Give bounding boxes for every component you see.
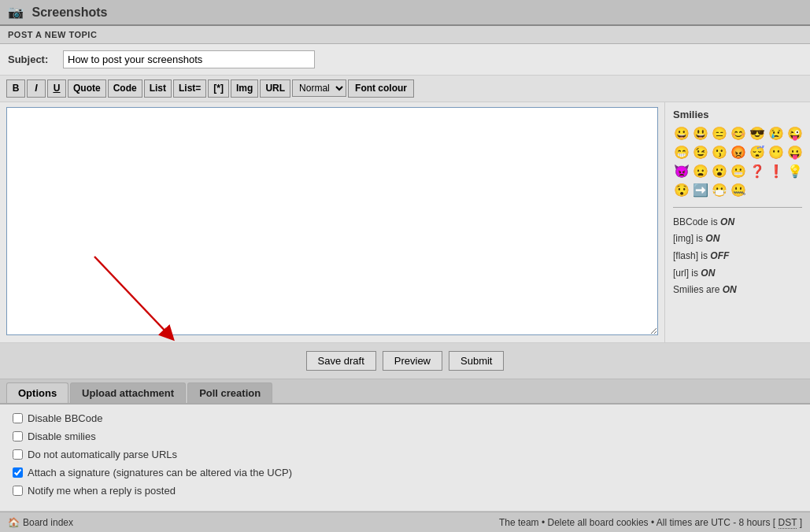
smilies-grid: 😀 😃 😑 😊 😎 😢 😜 😁 😉 😗 😡 😴 😶 😛 👿 😦 😮 😬 ❓ ❗ … bbox=[673, 125, 802, 199]
smiley[interactable]: 😡 bbox=[730, 144, 747, 161]
main-area: Smilies 😀 😃 😑 😊 😎 😢 😜 😁 😉 😗 😡 😴 😶 😛 👿 😦 … bbox=[0, 102, 810, 343]
footer-right: The team • Delete all board cookies • Al… bbox=[499, 517, 802, 528]
smiley[interactable]: 😎 bbox=[749, 125, 766, 142]
smiley[interactable]: 😴 bbox=[749, 144, 766, 161]
smiley[interactable]: 😦 bbox=[692, 163, 709, 180]
submit-button[interactable]: Submit bbox=[449, 351, 504, 371]
bbcode-status-line: BBCode is ON bbox=[673, 214, 802, 231]
page-title: Screenshots bbox=[31, 6, 107, 19]
smiley[interactable]: 👿 bbox=[673, 163, 690, 180]
page-footer: 🏠 Board index The team • Delete all boar… bbox=[0, 512, 810, 532]
footer-left: 🏠 Board index bbox=[8, 517, 73, 528]
smiley[interactable]: 😶 bbox=[767, 144, 785, 161]
smiley[interactable]: 😊 bbox=[730, 125, 747, 142]
section-label: POST A NEW TOPIC bbox=[0, 26, 810, 44]
notify-reply-checkbox[interactable] bbox=[13, 486, 23, 496]
board-index-link[interactable]: 🏠 Board index bbox=[8, 517, 73, 528]
subject-row: Subject: bbox=[0, 44, 810, 76]
toolbar: B I U Quote Code List List= [*] Img URL … bbox=[0, 76, 810, 102]
bold-button[interactable]: B bbox=[6, 79, 25, 98]
tab-upload-attachment[interactable]: Upload attachment bbox=[70, 382, 186, 403]
team-link[interactable]: The team bbox=[499, 517, 539, 528]
option-disable-bbcode[interactable]: Disable BBCode bbox=[13, 412, 797, 424]
url-status-line: [url] is ON bbox=[673, 265, 802, 283]
smiley[interactable]: 😜 bbox=[786, 125, 804, 142]
disable-bbcode-checkbox[interactable] bbox=[13, 413, 23, 423]
smiley[interactable]: 😮 bbox=[711, 163, 728, 180]
smiley[interactable]: 😉 bbox=[692, 144, 709, 161]
option-notify-reply[interactable]: Notify me when a reply is posted bbox=[13, 485, 797, 497]
action-buttons-row: Save draft Preview Submit bbox=[0, 343, 810, 379]
smiley[interactable]: 😢 bbox=[767, 125, 785, 142]
smiley[interactable]: 🤐 bbox=[730, 182, 747, 199]
page-header: 📷 Screenshots bbox=[0, 0, 810, 26]
save-draft-button[interactable]: Save draft bbox=[306, 351, 376, 371]
list-item-button[interactable]: [*] bbox=[208, 79, 229, 98]
smilies-panel: Smilies 😀 😃 😑 😊 😎 😢 😜 😁 😉 😗 😡 😴 😶 😛 👿 😦 … bbox=[664, 102, 810, 342]
preview-button[interactable]: Preview bbox=[383, 351, 442, 371]
smiley[interactable]: 😑 bbox=[711, 125, 728, 142]
option-no-parse-urls[interactable]: Do not automatically parse URLs bbox=[13, 449, 797, 460]
delete-cookies-link[interactable]: Delete all board cookies bbox=[548, 517, 649, 528]
smiley[interactable]: 😛 bbox=[786, 144, 804, 161]
smilies-divider bbox=[673, 207, 802, 208]
smiley[interactable]: 💡 bbox=[786, 163, 804, 180]
bbcode-status: BBCode is ON [img] is ON [flash] is OFF … bbox=[673, 214, 802, 299]
no-parse-urls-checkbox[interactable] bbox=[13, 449, 23, 460]
tab-poll-creation[interactable]: Poll creation bbox=[187, 382, 272, 403]
quote-button[interactable]: Quote bbox=[68, 79, 106, 98]
action-area: Save draft Preview Submit bbox=[0, 343, 810, 379]
italic-button[interactable]: I bbox=[27, 79, 46, 98]
smiley[interactable]: 😷 bbox=[711, 182, 728, 199]
flash-status-line: [flash] is OFF bbox=[673, 248, 802, 265]
font-colour-button[interactable]: Font colour bbox=[348, 79, 414, 98]
screenshots-icon: 📷 bbox=[8, 6, 24, 19]
option-disable-smilies[interactable]: Disable smilies bbox=[13, 430, 797, 442]
url-button[interactable]: URL bbox=[260, 79, 290, 98]
smilies-title: Smilies bbox=[673, 109, 802, 120]
attach-signature-checkbox[interactable] bbox=[13, 467, 23, 478]
underline-button[interactable]: U bbox=[47, 79, 66, 98]
font-size-select[interactable]: Normal Tiny Small Large Huge bbox=[292, 79, 346, 97]
home-icon: 🏠 bbox=[8, 517, 20, 528]
img-status-line: [img] is ON bbox=[673, 231, 802, 248]
smiley[interactable]: ❗ bbox=[767, 163, 785, 180]
smilies-status-line: Smilies are ON bbox=[673, 282, 802, 299]
img-button[interactable]: Img bbox=[231, 79, 258, 98]
editor-textarea[interactable] bbox=[6, 107, 658, 335]
tab-options[interactable]: Options bbox=[6, 382, 68, 403]
smiley[interactable]: ➡️ bbox=[692, 182, 709, 199]
smiley[interactable]: 😗 bbox=[711, 144, 728, 161]
disable-smilies-checkbox[interactable] bbox=[13, 431, 23, 441]
code-button[interactable]: Code bbox=[108, 79, 142, 98]
subject-label: Subject: bbox=[8, 54, 55, 65]
smiley[interactable]: 😀 bbox=[673, 125, 690, 142]
subject-input[interactable] bbox=[63, 50, 315, 68]
smiley[interactable]: 😬 bbox=[730, 163, 747, 180]
list-eq-button[interactable]: List= bbox=[173, 79, 206, 98]
list-button[interactable]: List bbox=[144, 79, 172, 98]
smiley[interactable]: 😁 bbox=[673, 144, 690, 161]
option-attach-signature[interactable]: Attach a signature (signatures can be al… bbox=[13, 467, 797, 478]
options-panel: Disable BBCode Disable smilies Do not au… bbox=[0, 405, 810, 512]
smiley[interactable]: ❓ bbox=[749, 163, 766, 180]
smiley[interactable]: 😯 bbox=[673, 182, 690, 199]
dst-abbr: DST bbox=[779, 517, 797, 529]
smiley[interactable]: 😃 bbox=[692, 125, 709, 142]
tabs-bar: Options Upload attachment Poll creation bbox=[0, 379, 810, 405]
editor-area bbox=[0, 102, 664, 342]
